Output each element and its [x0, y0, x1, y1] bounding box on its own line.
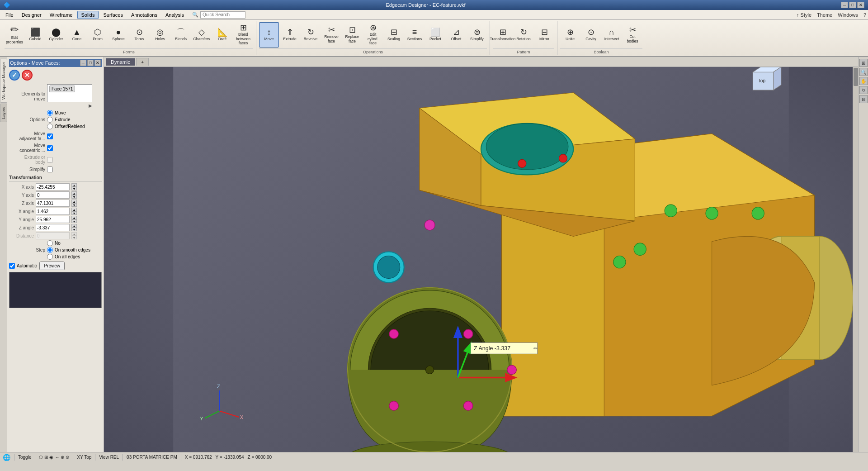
btn-move[interactable]: ↕ Move: [259, 22, 279, 48]
close-button[interactable]: ✕: [857, 2, 864, 8]
radio-extrude[interactable]: [47, 117, 53, 123]
z-axis-input[interactable]: [36, 200, 70, 207]
automatic-row[interactable]: Automatic: [9, 263, 37, 269]
move-adjacent-checkbox[interactable]: [47, 133, 53, 139]
radio-offset[interactable]: [47, 124, 53, 129]
simplify-checkbox[interactable]: [47, 167, 53, 172]
side-tab-workspace[interactable]: Workspace Manager: [0, 59, 7, 103]
x-axis-input[interactable]: [36, 183, 70, 190]
rtb-pan[interactable]: ✋: [859, 77, 868, 85]
distance-spin-up[interactable]: ▲: [71, 232, 77, 236]
step-no-radio[interactable]: [47, 240, 53, 246]
options-restore-button[interactable]: □: [87, 60, 94, 66]
y-angle-spin-down[interactable]: ▼: [71, 219, 77, 223]
btn-cuboid[interactable]: ⬛ Cuboid: [25, 22, 45, 48]
btn-edit-cylindrical-face[interactable]: ⊛ Edit cylind.face: [363, 22, 383, 48]
menu-annotations[interactable]: Annotations: [127, 11, 161, 19]
style-menu[interactable]: ↑ Style: [797, 12, 811, 18]
z-angle-spin-down[interactable]: ▼: [71, 228, 77, 231]
radio-move[interactable]: [47, 110, 53, 116]
step-all-row[interactable]: On all edges: [47, 254, 90, 260]
y-axis-input[interactable]: [36, 191, 70, 199]
radio-move-row[interactable]: Move: [47, 110, 85, 116]
viewport-scrollbar[interactable]: [853, 67, 858, 452]
menu-analysis[interactable]: Analysis: [162, 11, 188, 19]
x-angle-spin-down[interactable]: ▼: [71, 211, 77, 215]
status-ctrl-5[interactable]: ⊕: [61, 455, 64, 460]
btn-blends[interactable]: ⌒ Blends: [171, 22, 191, 48]
rtb-zoom-window[interactable]: 🔍: [859, 68, 868, 76]
y-angle-input[interactable]: [36, 216, 70, 223]
btn-sections[interactable]: ≡ Sections: [405, 22, 425, 48]
btn-edit-properties[interactable]: ✏ Editproperties: [5, 22, 24, 48]
btn-simplify[interactable]: ⊜ Simplify: [467, 22, 487, 48]
btn-sphere[interactable]: ● Sphere: [108, 22, 128, 48]
x-angle-input[interactable]: [36, 208, 70, 215]
radio-extrude-row[interactable]: Extrude: [47, 117, 85, 123]
confirm-ok-button[interactable]: ✓: [9, 70, 20, 81]
restore-button[interactable]: □: [849, 2, 856, 8]
btn-chamfers[interactable]: ◇ Chamfers: [192, 22, 212, 48]
theme-menu[interactable]: Theme: [817, 12, 832, 18]
status-ctrl-4[interactable]: ↔: [55, 455, 59, 460]
x-angle-spin-up[interactable]: ▲: [71, 208, 77, 211]
btn-cone[interactable]: ▲ Cone: [67, 22, 87, 48]
x-axis-spin-down[interactable]: ▼: [71, 187, 77, 190]
rtb-rotate[interactable]: ↻: [859, 86, 868, 94]
menu-wireframe[interactable]: Wireframe: [46, 11, 76, 19]
btn-prism[interactable]: ⬡ Prism: [88, 22, 108, 48]
help-menu[interactable]: ?: [863, 12, 866, 18]
distance-input[interactable]: [36, 232, 70, 239]
rtb-zoom-extents[interactable]: ⊞: [859, 59, 868, 67]
menu-solids[interactable]: Solids: [77, 11, 99, 19]
viewport-tab-plus[interactable]: +: [136, 58, 149, 66]
menu-designer[interactable]: Designer: [18, 11, 45, 19]
distance-spin-down[interactable]: ▼: [71, 236, 77, 239]
y-angle-spin-up[interactable]: ▲: [71, 216, 77, 219]
btn-cavity[interactable]: ⊙ Cavity: [581, 22, 601, 48]
btn-extrude[interactable]: ⇑ Extrude: [280, 22, 300, 48]
btn-revolve[interactable]: ↻ Revolve: [301, 22, 321, 48]
btn-remove-face[interactable]: ✂ Removeface: [321, 22, 341, 48]
z-axis-spin-down[interactable]: ▼: [71, 203, 77, 207]
z-angle-input[interactable]: [36, 224, 70, 231]
btn-torus[interactable]: ⊙ Torus: [129, 22, 149, 48]
viewport-scrollbar-thumb[interactable]: [854, 68, 858, 86]
step-no-row[interactable]: No: [47, 240, 90, 246]
btn-offset[interactable]: ⊿ Offset: [446, 22, 466, 48]
btn-rotation[interactable]: ↻ Rotation: [514, 22, 533, 48]
automatic-checkbox[interactable]: [9, 263, 15, 269]
btn-intersect[interactable]: ∩ Intersect: [602, 22, 622, 48]
search-input[interactable]: [200, 11, 245, 19]
btn-cut-bodies[interactable]: ✂ Cutbodies: [623, 22, 642, 48]
y-axis-spin-down[interactable]: ▼: [71, 195, 77, 199]
options-close-button[interactable]: ✕: [94, 60, 101, 66]
windows-menu[interactable]: Windows: [838, 12, 858, 18]
move-concentric-checkbox[interactable]: [47, 145, 53, 151]
status-ctrl-3[interactable]: ◉: [49, 455, 53, 460]
options-minimize-button[interactable]: ─: [80, 60, 86, 66]
btn-replace-face[interactable]: ⊡ Replaceface: [342, 22, 362, 48]
step-smooth-row[interactable]: On smooth edges: [47, 247, 90, 253]
btn-draft[interactable]: 📐 Draft: [212, 22, 232, 48]
status-ctrl-2[interactable]: ⊞: [44, 455, 48, 460]
x-axis-spin-up[interactable]: ▲: [71, 183, 77, 187]
btn-scaling[interactable]: ⊟ Scaling: [384, 22, 404, 48]
face-input-box[interactable]: Face 1571: [47, 84, 92, 102]
btn-blend-between-faces[interactable]: ⊞ Blendbetweenfaces: [233, 22, 253, 48]
minimize-button[interactable]: ─: [841, 2, 848, 8]
menu-surfaces[interactable]: Surfaces: [99, 11, 126, 19]
step-smooth-radio[interactable]: [47, 247, 53, 253]
y-axis-spin-up[interactable]: ▲: [71, 191, 77, 195]
btn-holes[interactable]: ◎ Holes: [150, 22, 170, 48]
z-axis-spin-up[interactable]: ▲: [71, 200, 77, 203]
step-all-radio[interactable]: [47, 254, 53, 260]
extrude-body-checkbox[interactable]: [47, 157, 53, 163]
confirm-cancel-button[interactable]: ✕: [22, 70, 33, 81]
btn-unite[interactable]: ⊕ Unite: [560, 22, 580, 48]
btn-transformation[interactable]: ⊞ Transformation: [493, 22, 513, 48]
z-angle-spin-up[interactable]: ▲: [71, 224, 77, 228]
rtb-views[interactable]: ⊟: [859, 95, 868, 103]
viewport-tab-dynamic[interactable]: Dynamic: [106, 58, 135, 66]
btn-mirror[interactable]: ⊟ Mirror: [534, 22, 554, 48]
